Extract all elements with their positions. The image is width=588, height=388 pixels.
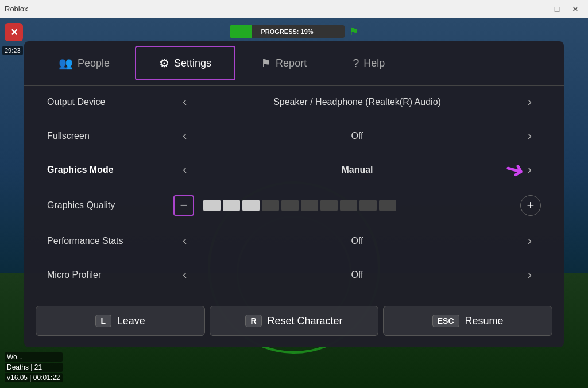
performance-stats-prev[interactable]: ‹ [173, 232, 196, 250]
settings-row-performance-stats: Performance Stats ‹ Off › [41, 224, 547, 258]
minimize-button[interactable]: — [531, 1, 547, 17]
output-device-control: ‹ Speaker / Headphone (Realtek(R) Audio)… [173, 94, 541, 111]
quality-bar-5 [281, 200, 299, 211]
titlebar-left: Roblox [5, 5, 28, 13]
quality-bar-3 [242, 200, 260, 211]
graphics-mode-label: Graphics Mode [47, 165, 173, 175]
app-title: Roblox [5, 5, 28, 13]
titlebar: Roblox — □ ✕ [0, 0, 588, 18]
leave-key-badge: L [95, 315, 111, 327]
progress-bar-container: PROGRESS: 19% ⚑ [230, 25, 358, 38]
micro-profiler-control: ‹ Off › [173, 266, 541, 284]
maximize-button[interactable]: □ [549, 1, 565, 17]
quality-bar-2 [223, 200, 240, 211]
output-device-value: Speaker / Headphone (Realtek(R) Audio) [196, 97, 518, 107]
report-icon: ⚑ [261, 56, 271, 70]
tab-help-label: Help [363, 57, 385, 69]
leave-button[interactable]: L Leave [36, 306, 205, 336]
quality-bars [203, 200, 511, 211]
fullscreen-label: Fullscreen [47, 131, 173, 141]
settings-content: Output Device ‹ Speaker / Headphone (Rea… [24, 86, 564, 292]
micro-profiler-prev[interactable]: ‹ [173, 266, 196, 284]
resume-key-badge: ESC [432, 315, 459, 327]
graphics-quality-label: Graphics Quality [47, 200, 173, 211]
fullscreen-next[interactable]: › [519, 127, 541, 145]
quality-bar-4 [262, 200, 279, 211]
quality-bar-6 [301, 200, 318, 211]
output-device-label: Output Device [47, 97, 173, 107]
settings-icon: ⚙ [159, 56, 169, 70]
graphics-quality-control: − + [173, 195, 541, 216]
graphics-mode-next[interactable]: › [519, 161, 541, 179]
bottom-buttons: L Leave R Reset Character ESC Resume [24, 297, 564, 336]
settings-row-graphics-quality: Graphics Quality − [41, 187, 547, 224]
quality-bar-8 [340, 200, 357, 211]
people-icon: 👥 [59, 56, 73, 70]
tab-people-label: People [78, 57, 110, 69]
settings-row-micro-profiler: Micro Profiler ‹ Off › [41, 258, 547, 292]
tab-report[interactable]: ⚑ Report [238, 41, 330, 85]
quality-bar-7 [320, 200, 338, 211]
game-area: PROGRESS: 19% ⚑ ✕ 29:23 Wo... Deaths | 2… [0, 18, 588, 388]
bottom-info-line-3: v16.05 | 00:01:22 [5, 373, 63, 382]
micro-profiler-value: Off [196, 270, 518, 280]
performance-stats-next[interactable]: › [519, 232, 541, 250]
bottom-info-line-1: Wo... [5, 352, 63, 362]
bottom-info: Wo... Deaths | 21 v16.05 | 00:01:22 [5, 352, 63, 383]
titlebar-controls: — □ ✕ [531, 1, 583, 17]
progress-bar-text: PROGRESS: 19% [261, 28, 313, 35]
reset-key-badge: R [245, 315, 261, 327]
progress-bar-bg: PROGRESS: 19% [230, 25, 345, 38]
graphics-quality-plus[interactable]: + [520, 195, 541, 216]
resume-button[interactable]: ESC Resume [383, 306, 552, 336]
tab-settings[interactable]: ⚙ Settings [135, 46, 235, 80]
output-device-prev[interactable]: ‹ [173, 94, 196, 111]
tab-people[interactable]: 👥 People [36, 41, 133, 85]
settings-row-fullscreen: Fullscreen ‹ Off › [41, 119, 547, 153]
tab-report-label: Report [276, 57, 307, 69]
fullscreen-value: Off [196, 131, 518, 141]
bottom-info-line-2: Deaths | 21 [5, 363, 63, 372]
progress-flag: ⚑ [349, 25, 358, 38]
settings-row-graphics-mode: Graphics Mode ‹ Manual › [41, 153, 547, 187]
reset-label: Reset Character [268, 315, 343, 327]
window-close-button[interactable]: ✕ [567, 1, 583, 17]
leave-label: Leave [117, 315, 145, 327]
graphics-mode-value: Manual [196, 165, 518, 175]
quality-bar-9 [359, 200, 377, 211]
hud-left: 29:23 [2, 46, 23, 57]
performance-stats-label: Performance Stats [47, 236, 173, 246]
performance-stats-control: ‹ Off › [173, 232, 541, 250]
graphics-quality-minus[interactable]: − [173, 195, 194, 216]
quality-bar-1 [203, 200, 220, 211]
fullscreen-prev[interactable]: ‹ [173, 127, 196, 145]
hud-timer: 29:23 [2, 46, 23, 55]
menu-overlay: 👥 People ⚙ Settings ⚑ Report ? Help Outp… [24, 41, 564, 347]
tab-bar: 👥 People ⚙ Settings ⚑ Report ? Help [24, 41, 564, 86]
graphics-mode-control: ‹ Manual › [173, 161, 541, 179]
quality-bar-10 [379, 200, 396, 211]
output-device-next[interactable]: › [519, 94, 541, 111]
performance-stats-value: Off [196, 236, 518, 246]
game-close-button[interactable]: ✕ [5, 23, 23, 41]
progress-bar-fill [230, 25, 252, 38]
micro-profiler-next[interactable]: › [519, 266, 541, 284]
help-icon: ? [353, 57, 359, 70]
graphics-mode-prev[interactable]: ‹ [173, 161, 196, 179]
tab-help[interactable]: ? Help [330, 41, 408, 85]
settings-row-output-device: Output Device ‹ Speaker / Headphone (Rea… [41, 86, 547, 119]
fullscreen-control: ‹ Off › [173, 127, 541, 145]
resume-label: Resume [465, 315, 504, 327]
micro-profiler-label: Micro Profiler [47, 270, 173, 280]
reset-character-button[interactable]: R Reset Character [210, 306, 379, 336]
tab-settings-label: Settings [174, 57, 211, 69]
